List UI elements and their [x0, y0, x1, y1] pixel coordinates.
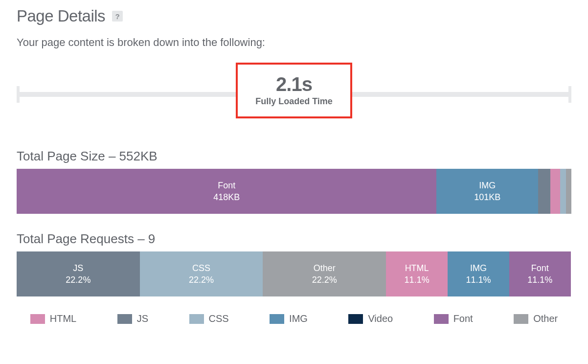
segment-css[interactable]: CSS22.2%: [140, 251, 263, 296]
legend-item-font[interactable]: Font: [434, 313, 473, 324]
legend-swatch: [189, 314, 204, 324]
segment-html[interactable]: [550, 169, 560, 214]
timeline-cap-right: [568, 86, 571, 103]
segment-value: 11.1%: [527, 274, 552, 286]
page-subheading: Your page content is broken down into th…: [17, 36, 571, 49]
legend-item-html[interactable]: HTML: [30, 313, 76, 324]
size-section-title: Total Page Size – 552KB: [17, 149, 571, 164]
legend-label: Video: [368, 313, 393, 324]
legend-label: Font: [453, 313, 473, 324]
page-requests-bar: JS22.2%CSS22.2%Other22.2%HTML11.1%IMG11.…: [17, 251, 571, 296]
segment-label: Font: [218, 180, 235, 191]
legend-item-js[interactable]: JS: [117, 313, 148, 324]
segment-label: Font: [531, 262, 549, 274]
segment-label: HTML: [405, 262, 429, 274]
legend-swatch: [434, 314, 449, 324]
segment-label: IMG: [479, 180, 496, 191]
segment-value: 22.2%: [66, 274, 90, 286]
segment-value: 101KB: [474, 191, 500, 203]
segment-font[interactable]: Font11.1%: [509, 251, 571, 296]
segment-label: CSS: [192, 262, 210, 274]
legend-label: HTML: [50, 313, 76, 324]
legend-swatch: [514, 314, 528, 324]
segment-img[interactable]: IMG11.1%: [448, 251, 509, 296]
legend: HTMLJSCSSIMGVideoFontOther: [17, 313, 571, 324]
segment-value: 22.2%: [189, 274, 214, 286]
segment-value: 418KB: [213, 191, 240, 203]
segment-label: IMG: [470, 262, 487, 274]
segment-other[interactable]: [566, 169, 571, 214]
legend-item-other[interactable]: Other: [514, 313, 558, 324]
fully-loaded-box: 2.1s Fully Loaded Time: [236, 63, 352, 118]
fully-loaded-label: Fully Loaded Time: [241, 96, 347, 107]
segment-label: JS: [73, 262, 83, 274]
segment-html[interactable]: HTML11.1%: [386, 251, 448, 296]
legend-label: JS: [137, 313, 148, 324]
legend-item-css[interactable]: CSS: [189, 313, 229, 324]
legend-label: IMG: [289, 313, 308, 324]
segment-label: Other: [314, 262, 336, 274]
legend-swatch: [30, 314, 45, 324]
legend-item-video[interactable]: Video: [348, 313, 393, 324]
segment-css[interactable]: [560, 169, 565, 214]
segment-value: 11.1%: [466, 274, 491, 286]
help-icon[interactable]: ?: [112, 11, 123, 22]
page-size-bar: Font418KBIMG101KB: [17, 169, 571, 214]
page-title: Page Details: [17, 7, 105, 25]
segment-font[interactable]: Font418KB: [17, 169, 436, 214]
segment-value: 11.1%: [405, 274, 430, 286]
segment-js[interactable]: [538, 169, 550, 214]
load-timeline: 2.1s Fully Loaded Time: [17, 68, 571, 131]
legend-swatch: [117, 314, 132, 324]
fully-loaded-time: 2.1s: [241, 73, 347, 95]
segment-value: 22.2%: [312, 274, 337, 286]
legend-swatch: [348, 314, 363, 324]
segment-img[interactable]: IMG101KB: [436, 169, 538, 214]
requests-section-title: Total Page Requests – 9: [17, 231, 571, 247]
legend-swatch: [270, 314, 284, 324]
segment-other[interactable]: Other22.2%: [263, 251, 386, 296]
segment-js[interactable]: JS22.2%: [17, 251, 140, 296]
page-heading-row: Page Details ?: [17, 7, 571, 25]
legend-label: Other: [533, 313, 558, 324]
legend-item-img[interactable]: IMG: [270, 313, 308, 324]
legend-label: CSS: [209, 313, 229, 324]
